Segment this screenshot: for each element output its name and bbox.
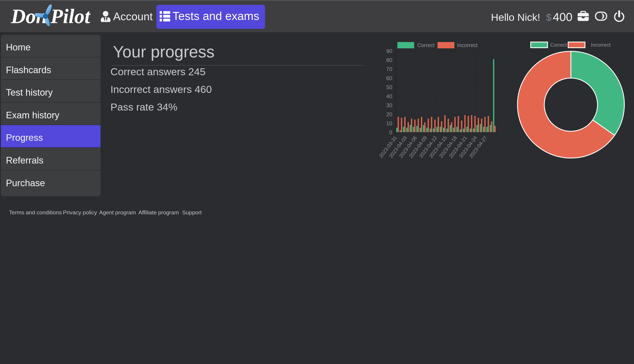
- svg-text:50: 50: [386, 84, 392, 90]
- svg-text:0: 0: [389, 129, 392, 136]
- svg-text:40: 40: [386, 93, 392, 100]
- svg-text:20: 20: [386, 111, 392, 118]
- svg-text:90: 90: [386, 48, 392, 54]
- svg-text:30: 30: [386, 102, 392, 108]
- svg-text:60: 60: [386, 75, 392, 81]
- svg-text:80: 80: [386, 57, 392, 63]
- svg-text:70: 70: [386, 66, 392, 72]
- svg-text:10: 10: [386, 120, 392, 126]
